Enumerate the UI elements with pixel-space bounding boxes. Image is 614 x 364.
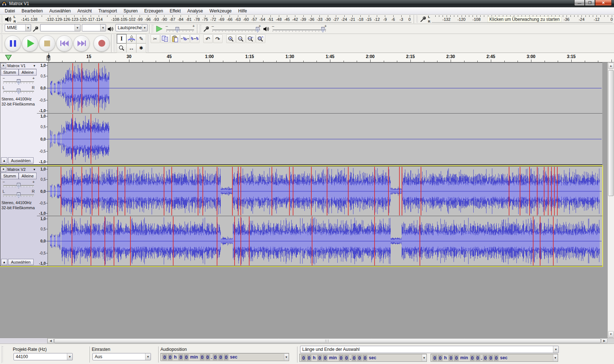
waveform-canvas[interactable] bbox=[48, 63, 602, 113]
time-digit[interactable]: 0 bbox=[352, 355, 356, 361]
track-title-dropdown[interactable]: Matrox V1▼ bbox=[6, 64, 37, 68]
zoom-in-button[interactable] bbox=[226, 34, 236, 43]
menu-transport[interactable]: Transport bbox=[95, 8, 120, 14]
time-digit[interactable]: 0 bbox=[475, 355, 480, 361]
time-digit[interactable]: 0 bbox=[301, 355, 306, 361]
time-digit[interactable]: 0 bbox=[200, 354, 205, 360]
time-digit[interactable]: 0 bbox=[470, 355, 475, 361]
menu-bearbeiten[interactable]: Bearbeiten bbox=[18, 8, 46, 14]
toolbar-grip[interactable] bbox=[1, 25, 3, 33]
monitoring-tooltip[interactable]: Klicken um Überwachung zu starten bbox=[488, 16, 561, 22]
menu-ansicht[interactable]: Ansicht bbox=[74, 8, 95, 14]
recording-channels-dropdown[interactable]: ▼ bbox=[82, 24, 106, 31]
toolbar-grip[interactable] bbox=[1, 15, 3, 23]
time-digit[interactable]: 0 bbox=[494, 355, 499, 361]
time-digit[interactable]: 0 bbox=[162, 354, 167, 360]
selection-tool-button[interactable]: I bbox=[117, 34, 126, 43]
toolbar-grip[interactable] bbox=[1, 35, 3, 52]
playback-volume-slider[interactable]: – + bbox=[272, 24, 327, 33]
pan-slider[interactable]: LR bbox=[3, 190, 34, 198]
stop-button[interactable] bbox=[39, 35, 55, 51]
selection-mode-dropdown[interactable]: Länge und Ende der Auswahl▼ bbox=[300, 346, 559, 353]
time-digit[interactable]: 0 bbox=[448, 355, 453, 361]
menu-werkzeuge[interactable]: Werkzeuge bbox=[206, 8, 235, 14]
horizontal-scrollbar[interactable]: ◀ ▶ bbox=[0, 338, 614, 344]
record-button[interactable] bbox=[94, 35, 110, 51]
toolbar-grip[interactable] bbox=[416, 15, 418, 23]
solo-button[interactable]: Alleine bbox=[19, 173, 37, 179]
scroll-right-button[interactable]: ▶ bbox=[601, 338, 607, 343]
mute-button[interactable]: Stumm bbox=[1, 69, 19, 76]
time-digit[interactable]: 0 bbox=[184, 354, 189, 360]
title-bar[interactable]: Matrox V1 — ❐ ✕ bbox=[0, 0, 614, 7]
envelope-tool-button[interactable] bbox=[126, 34, 136, 43]
zoom-tool-button[interactable] bbox=[117, 43, 126, 53]
track-close-button[interactable]: × bbox=[1, 167, 6, 172]
time-shift-tool-button[interactable]: ↔ bbox=[126, 43, 136, 53]
time-digit[interactable]: 0 bbox=[205, 354, 210, 360]
audio-host-dropdown[interactable]: MME▼ bbox=[5, 24, 31, 31]
minimize-button[interactable]: — bbox=[574, 0, 585, 6]
cut-button[interactable]: ✂ bbox=[151, 34, 160, 43]
track-2[interactable]: ×Matrox V2▼StummAlleine−+LRStereo, 44100… bbox=[0, 166, 602, 266]
menu-auswählen[interactable]: Auswählen bbox=[46, 8, 74, 14]
playback-meter[interactable]: -141-138-132-129-126-123-120-117-114-108… bbox=[17, 15, 412, 24]
recording-device-dropdown[interactable]: ▼ bbox=[40, 24, 80, 31]
select-track-button[interactable]: Auswählen bbox=[8, 259, 34, 265]
close-button[interactable]: ✕ bbox=[595, 0, 612, 6]
time-digit[interactable]: 0 bbox=[488, 355, 493, 361]
chevron-down-icon[interactable]: ▼ bbox=[553, 355, 557, 361]
time-digit[interactable]: 0 bbox=[218, 354, 223, 360]
slider-thumb[interactable] bbox=[17, 183, 21, 188]
fit-project-button[interactable] bbox=[256, 34, 265, 43]
recording-volume-slider[interactable]: – + bbox=[212, 24, 261, 33]
toolbar-grip[interactable] bbox=[1, 346, 4, 363]
mute-button[interactable]: Stumm bbox=[1, 173, 19, 179]
time-digit[interactable]: 0 bbox=[344, 355, 349, 361]
menu-erzeugen[interactable]: Erzeugen bbox=[141, 8, 166, 14]
menu-datei[interactable]: Datei bbox=[1, 8, 18, 14]
menu-effekt[interactable]: Effekt bbox=[166, 8, 184, 14]
play-button[interactable] bbox=[22, 35, 38, 51]
pan-slider[interactable]: LR bbox=[3, 86, 34, 95]
chevron-down-icon[interactable]: ▼ bbox=[284, 354, 288, 360]
chevron-down-icon[interactable]: ▼ bbox=[422, 355, 426, 361]
waveform-canvas[interactable] bbox=[48, 114, 602, 164]
amplitude-ruler[interactable]: 1,00,50,0-0,5-1,0 bbox=[37, 63, 48, 113]
time-digit[interactable]: 0 bbox=[178, 354, 183, 360]
menu-spuren[interactable]: Spuren bbox=[120, 8, 141, 14]
time-digit[interactable]: 0 bbox=[357, 355, 362, 361]
waveform-canvas[interactable] bbox=[48, 216, 602, 266]
audio-position-field[interactable]: 00h00min00.000sec▼ bbox=[160, 353, 289, 361]
paste-button[interactable] bbox=[170, 34, 180, 43]
trim-outside-selection-button[interactable] bbox=[180, 34, 190, 43]
playback-device-dropdown[interactable]: Lautspreche▼ bbox=[115, 24, 148, 31]
time-digit[interactable]: 0 bbox=[432, 355, 437, 361]
time-digit[interactable]: 0 bbox=[224, 354, 228, 360]
snap-dropdown[interactable]: Aus▼ bbox=[92, 353, 151, 360]
fit-selection-button[interactable] bbox=[246, 34, 255, 43]
menu-hilfe[interactable]: Hilfe bbox=[235, 8, 250, 14]
pause-button[interactable] bbox=[5, 35, 21, 51]
toolbar-grip[interactable] bbox=[114, 35, 116, 52]
amplitude-ruler[interactable]: 1,00,50,0-0,5-1,0 bbox=[37, 216, 48, 266]
time-digit[interactable]: 0 bbox=[307, 355, 311, 361]
time-digit[interactable]: 0 bbox=[483, 355, 488, 361]
slider-thumb[interactable] bbox=[17, 79, 21, 85]
gain-slider[interactable]: −+ bbox=[3, 180, 34, 189]
selection-end-field[interactable]: 00h00min00.000sec▼ bbox=[431, 354, 558, 362]
track-title-dropdown[interactable]: Matrox V2▼ bbox=[6, 167, 37, 172]
play-at-speed-icon[interactable] bbox=[155, 24, 163, 34]
vertical-scroll-thumb[interactable] bbox=[608, 70, 614, 196]
time-digit[interactable]: 0 bbox=[213, 354, 217, 360]
time-digit[interactable]: 0 bbox=[454, 355, 459, 361]
slider-thumb[interactable] bbox=[17, 192, 21, 198]
slider-thumb[interactable] bbox=[17, 89, 21, 94]
silence-selection-button[interactable] bbox=[190, 34, 200, 43]
time-digit[interactable]: 0 bbox=[363, 355, 367, 361]
amplitude-ruler[interactable]: 1,00,50,0-0,5-1,0 bbox=[37, 166, 48, 216]
skip-to-end-button[interactable] bbox=[73, 35, 90, 51]
multi-tool-button[interactable]: ✱ bbox=[136, 43, 146, 53]
timeline-ruler[interactable]: 01530451:001:151:301:452:002:152:302:453… bbox=[0, 53, 614, 62]
maximize-button[interactable]: ❐ bbox=[585, 0, 595, 6]
